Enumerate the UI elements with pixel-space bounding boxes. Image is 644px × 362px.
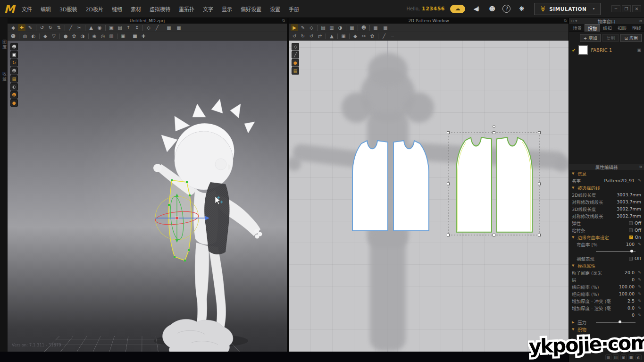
row-3d-symmetric-length-value[interactable]: 3002.7mm	[617, 213, 641, 219]
edit-pencil-icon[interactable]: ✎	[636, 242, 641, 246]
menu-item-4[interactable]: 2D板片	[81, 5, 107, 13]
curvature-slider-slider[interactable]	[596, 251, 636, 252]
collapse-arrow-icon[interactable]: ▶	[572, 320, 576, 324]
section-information[interactable]: ▼信息	[569, 170, 644, 177]
fabric-swatch[interactable]	[578, 45, 588, 55]
user-id-label[interactable]: 123456	[422, 6, 445, 12]
row-name-value[interactable]: Pattern2D_91	[604, 178, 635, 183]
tab-1[interactable]: 场景	[570, 24, 585, 32]
notch-icon[interactable]: ✂	[360, 33, 368, 40]
panel-list-icon[interactable]: ▤	[613, 354, 619, 360]
row-layer-value[interactable]: 0	[632, 277, 635, 282]
panel-swatch-icon[interactable]: ■	[628, 354, 634, 360]
3d-scene[interactable]: ☻▣↻☻▤◐☻●	[8, 41, 287, 352]
baseline-tool-icon[interactable]: ┄	[389, 33, 396, 40]
section-edge-curvature-checkbox[interactable]	[629, 236, 633, 239]
panel-grid-icon[interactable]: ▦	[605, 354, 611, 360]
rotate-2d-icon[interactable]: ↺	[308, 33, 315, 40]
app-logo[interactable]: M	[2, 2, 17, 16]
scissors-icon[interactable]: ✂	[75, 24, 83, 31]
hanger-icon[interactable]: ◐	[30, 33, 37, 40]
menu-item-12[interactable]: 设置	[266, 5, 284, 13]
fabric-options-icon[interactable]: ▣	[637, 48, 641, 52]
object-window-mini-icons[interactable]: ⊡ ▾	[571, 19, 577, 23]
section-selected-lines[interactable]: ▼被选择的线	[569, 184, 644, 191]
texture-2d-icon[interactable]: ✿	[368, 33, 376, 40]
section-edge-curvature[interactable]: ▼边缘弯曲率设定On	[569, 234, 644, 241]
tab-3[interactable]: 纽扣	[600, 24, 615, 32]
row-pressure-slider[interactable]	[596, 322, 636, 323]
menu-item-2[interactable]: 编辑	[36, 5, 55, 13]
edit-pencil-icon[interactable]: ✎	[636, 278, 641, 282]
edit-pencil-icon[interactable]: ✎	[636, 270, 641, 275]
row-pressure-value-value[interactable]: 0	[632, 312, 635, 318]
row-2d-symmetric-length-value[interactable]: 3003.7mm	[617, 199, 641, 204]
viewport-divider[interactable]	[287, 18, 289, 352]
restore-button[interactable]: ❐	[622, 5, 631, 12]
add-button[interactable]: +增加	[580, 34, 601, 42]
object-window-expand-icon[interactable]: ⧉	[639, 19, 642, 24]
row-2d-segment-length-value[interactable]: 3003.7mm	[617, 192, 641, 197]
rearrange-icon[interactable]: ↻	[47, 24, 54, 31]
ruler-toggle-icon[interactable]: ╱	[292, 51, 299, 59]
section-fabric[interactable]: ▼织物	[569, 326, 644, 333]
edit-pattern-icon[interactable]: ✎	[299, 24, 307, 31]
paw-icon[interactable]: ❋	[517, 5, 526, 12]
simulation-dropdown-icon[interactable]: ▾	[593, 7, 595, 11]
tab-2[interactable]: 织物	[585, 24, 600, 32]
menu-item-3[interactable]: 3D服装	[55, 5, 81, 13]
property-editor-expand-icon[interactable]: ⧉	[639, 165, 642, 169]
collapse-arrow-icon[interactable]: ▼	[572, 172, 576, 176]
edit-pencil-icon[interactable]: ✎	[636, 306, 641, 310]
expand-2d-icon[interactable]: ⧉	[564, 18, 567, 23]
seam-allowance-icon[interactable]: ◆	[351, 33, 359, 40]
menu-item-9[interactable]: 文字	[199, 5, 217, 13]
collapse-arrow-icon[interactable]: ▼	[572, 328, 576, 331]
snap-toggle-icon[interactable]: ◇	[292, 43, 299, 51]
pattern-piece-selected[interactable]	[168, 179, 192, 261]
edit-pencil-icon[interactable]: ✎	[636, 292, 641, 296]
menu-item-5[interactable]: 缝纫	[108, 5, 126, 13]
show-mannequin-icon[interactable]: ☻	[10, 67, 18, 75]
row-pressure-slider-knob[interactable]	[619, 320, 621, 323]
show-avatar-icon[interactable]: ☻	[10, 43, 18, 51]
iron-tool-icon[interactable]: ■	[131, 33, 139, 40]
apply-button[interactable]: ⊡应用	[620, 34, 642, 42]
fabric-ball-icon[interactable]: ●	[62, 33, 69, 40]
zipper-tool-icon[interactable]: ▥	[108, 33, 115, 40]
row-fusible-tape-checkbox[interactable]	[629, 228, 633, 232]
sewing-tool-icon[interactable]: ╱	[67, 24, 75, 31]
line-tool-icon[interactable]: ╱	[380, 33, 388, 40]
align-tool-icon[interactable]: ✚	[140, 33, 147, 40]
transform-pattern-icon[interactable]: ▶	[291, 24, 298, 31]
edit-pencil-icon[interactable]: ✎	[636, 313, 641, 317]
add-point-icon[interactable]: ◇	[308, 24, 315, 31]
section-simulation-properties[interactable]: ▼模拟属性	[569, 262, 644, 269]
sew-2d-icon[interactable]: ▣	[340, 33, 347, 40]
menu-item-8[interactable]: 重拓扑	[175, 5, 199, 13]
button-tool-icon[interactable]: ◉	[91, 33, 98, 40]
garment-pair-icon[interactable]: ▤	[116, 24, 124, 31]
panel-half-icon[interactable]: ◐	[636, 354, 642, 360]
speaker-icon[interactable]: ◀)	[471, 5, 481, 12]
property-editor-header[interactable]: 属性编辑器 ⧉	[569, 164, 644, 170]
menu-item-6[interactable]: 素材	[126, 5, 145, 13]
flatten-icon[interactable]: ▽	[50, 33, 58, 40]
edit-pencil-icon[interactable]: ✎	[636, 178, 641, 183]
3d-window-title-bar[interactable]: Untitled_MD.zprj ⧉	[8, 18, 287, 24]
object-window-header[interactable]: ⊡ ▾ 物体窗口 ⧉	[569, 18, 644, 24]
reset-2d-arrangement-icon[interactable]: ↺	[291, 33, 298, 40]
menu-item-1[interactable]: 文件	[17, 5, 36, 13]
world-sphere-icon[interactable]: ●	[10, 99, 18, 107]
arrangement-points-icon[interactable]: ↻	[10, 59, 18, 67]
texture-view-icon[interactable]: ●	[292, 59, 299, 67]
expand-3d-icon[interactable]: ⧉	[282, 18, 285, 23]
tab-4[interactable]: 扣眼	[615, 24, 629, 32]
arrange-2d-icon[interactable]: ↻	[299, 33, 307, 40]
flip-2d-icon[interactable]: ⇄	[316, 33, 324, 40]
polygon-pattern-icon[interactable]: ▤	[319, 24, 327, 31]
garment-front-icon[interactable]: ▣	[108, 24, 115, 31]
user-icon[interactable]: ☻	[487, 5, 496, 12]
move-gizmo-icon[interactable]: ✚	[18, 24, 25, 31]
help-icon[interactable]: ?	[502, 5, 510, 13]
